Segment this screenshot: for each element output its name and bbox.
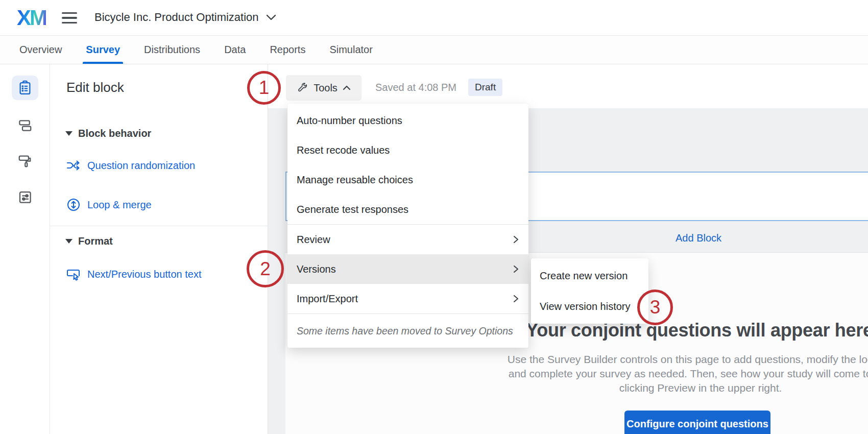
project-title: Bicycle Inc. Product Optimization <box>94 11 259 24</box>
annotation-step-1: 1 <box>247 71 281 105</box>
hamburger-icon <box>62 12 77 14</box>
edit-block-title: Edit block <box>66 80 124 95</box>
tab-simulator[interactable]: Simulator <box>329 36 372 64</box>
rail-survey-builder-button[interactable] <box>12 76 38 100</box>
configure-conjoint-questions-button[interactable]: Configure conjoint questions <box>624 411 770 434</box>
sliders-icon <box>17 189 33 205</box>
panel-divider <box>50 226 268 226</box>
collapse-caret-icon <box>65 131 73 136</box>
rail-look-and-feel-button[interactable] <box>12 149 38 173</box>
menu-item-versions[interactable]: Versions <box>287 254 528 284</box>
format-section-header[interactable]: Format <box>65 235 113 247</box>
rail-survey-options-button[interactable] <box>12 185 38 209</box>
chevron-right-icon <box>512 264 519 274</box>
tab-reports[interactable]: Reports <box>270 36 305 64</box>
blocks-icon <box>17 117 33 133</box>
main-nav-tabs: Overview Survey Distributions Data Repor… <box>0 36 868 64</box>
tools-dropdown-menu: Auto-number questions Reset recode value… <box>287 104 528 348</box>
tools-button[interactable]: Tools <box>286 75 361 101</box>
draft-status-badge: Draft <box>468 79 502 96</box>
tab-data[interactable]: Data <box>224 36 246 64</box>
clipboard-list-icon <box>17 80 33 95</box>
submenu-item-view-version-history[interactable]: View version history <box>531 291 648 322</box>
hamburger-menu-button[interactable] <box>62 12 78 23</box>
menu-item-reset-recode-values[interactable]: Reset recode values <box>287 135 528 165</box>
wrench-icon <box>297 82 308 94</box>
qualtrics-survey-builder-screen: XM Bicycle Inc. Product Optimization Ove… <box>0 0 868 434</box>
button-cursor-icon <box>66 268 81 281</box>
tab-survey[interactable]: Survey <box>86 36 120 64</box>
tab-distributions[interactable]: Distributions <box>144 36 200 64</box>
menu-item-manage-reusable-choices[interactable]: Manage reusable choices <box>287 165 528 195</box>
shuffle-icon <box>66 159 81 172</box>
menu-item-review[interactable]: Review <box>287 225 528 254</box>
chevron-down-icon <box>266 14 276 20</box>
menu-item-import-export[interactable]: Import/Export <box>287 284 528 314</box>
chevron-right-icon <box>512 294 519 303</box>
block-behavior-section-header[interactable]: Block behavior <box>65 128 151 139</box>
xm-logo: XM <box>17 7 46 29</box>
menu-item-auto-number-questions[interactable]: Auto-number questions <box>287 106 528 135</box>
builder-icon-rail <box>0 64 50 434</box>
top-bar: XM Bicycle Inc. Product Optimization <box>0 0 868 36</box>
add-block-link[interactable]: Add Block <box>676 232 721 244</box>
project-switcher[interactable]: Bicycle Inc. Product Optimization <box>94 11 276 24</box>
paint-roller-icon <box>17 153 33 168</box>
menu-footnote: Some items have been moved to Survey Opt… <box>287 314 528 348</box>
edit-block-panel: Edit block Block behavior Question rando… <box>50 64 268 434</box>
chevron-up-icon <box>343 85 351 90</box>
question-randomization-link[interactable]: Question randomization <box>66 159 195 172</box>
chevron-right-icon <box>512 235 519 244</box>
tab-overview[interactable]: Overview <box>19 36 62 64</box>
loop-and-merge-link[interactable]: Loop & merge <box>66 198 152 212</box>
versions-submenu: Create new version View version history <box>531 258 648 324</box>
survey-toolbar: Tools Saved at 4:08 PM Draft <box>268 64 868 108</box>
next-previous-button-text-link[interactable]: Next/Previous button text <box>66 268 201 281</box>
autosave-status: Saved at 4:08 PM <box>375 82 456 93</box>
loop-merge-icon <box>66 198 81 212</box>
collapse-caret-icon <box>65 239 73 244</box>
menu-item-generate-test-responses[interactable]: Generate test responses <box>287 195 528 224</box>
submenu-item-create-new-version[interactable]: Create new version <box>531 260 648 291</box>
empty-state-description: Use the Survey Builder controls on this … <box>496 352 868 395</box>
rail-blocks-button[interactable] <box>12 113 38 137</box>
annotation-step-2: 2 <box>247 250 284 287</box>
annotation-step-3: 3 <box>637 290 673 325</box>
